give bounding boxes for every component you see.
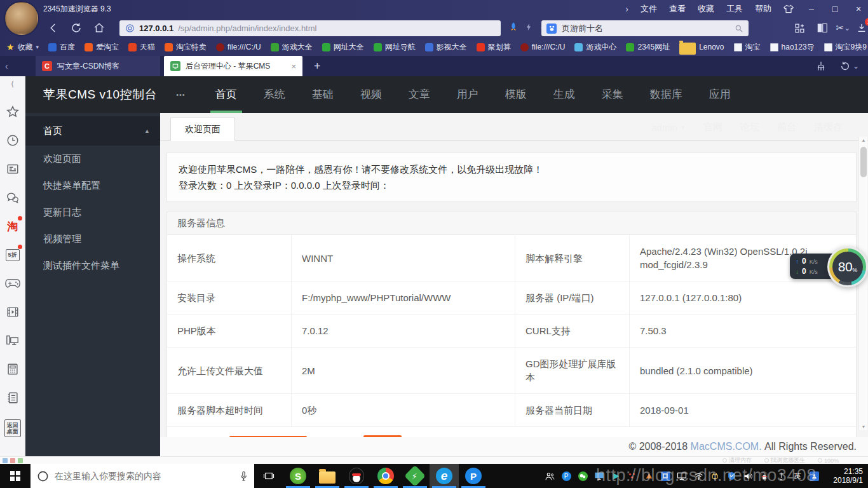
favorites-star-icon[interactable] <box>4 104 21 120</box>
taobao-icon[interactable]: 淘 <box>4 218 21 234</box>
video-film-icon[interactable] <box>4 304 21 320</box>
history-clock-icon[interactable] <box>4 132 21 149</box>
menu-view[interactable]: 查看 <box>669 3 686 15</box>
tray-pp-icon[interactable]: P <box>560 470 572 482</box>
computer-icon[interactable] <box>4 332 21 349</box>
bookmark-item[interactable]: 爱淘宝 <box>85 42 119 53</box>
coupon-icon[interactable]: 5折 <box>4 247 21 263</box>
link-forum[interactable]: 论坛 <box>740 121 759 133</box>
tray-display-icon[interactable] <box>593 470 605 482</box>
tab-close-icon[interactable]: × <box>291 62 296 71</box>
notebook-icon[interactable] <box>4 390 21 406</box>
maccms-link[interactable]: MacCMS.COM. <box>691 441 762 452</box>
back-to-desktop-button[interactable]: 返回桌面 <box>4 418 21 438</box>
reading-mode-icon[interactable] <box>815 21 830 35</box>
app-phpstudy-s[interactable]: S <box>283 464 313 488</box>
nav-article[interactable]: 文章 <box>395 76 444 113</box>
menu-favorites[interactable]: 收藏 <box>698 3 714 15</box>
people-icon[interactable] <box>544 470 555 482</box>
tray-monitor-icon[interactable] <box>676 470 688 482</box>
calculator-icon[interactable] <box>4 361 21 377</box>
bookmark-item[interactable]: 淘宝 <box>734 42 761 53</box>
scroll-down-icon[interactable]: ▼ <box>859 424 868 429</box>
tab-maccms-admin[interactable]: 后台管理中心 - 苹果CMS × <box>164 56 302 76</box>
tray-plug-icon[interactable] <box>709 470 721 482</box>
sidebar-group-home[interactable]: 首页 ▲ <box>25 116 160 146</box>
address-bar[interactable]: 127.0.0.1/sp/admin.php/admin/index/index… <box>119 20 501 36</box>
refresh-button[interactable] <box>70 22 83 34</box>
sidebar-item-videomgr[interactable]: 视频管理 <box>25 226 160 252</box>
reopen-closed-tab-icon[interactable]: ⌄ <box>839 61 859 71</box>
download-manager-icon[interactable]: 3 <box>854 21 868 35</box>
nav-database[interactable]: 数据库 <box>637 76 696 113</box>
bookmark-item[interactable]: 天猫 <box>128 42 155 53</box>
apps-grid-icon[interactable] <box>792 21 807 35</box>
nav-collect[interactable]: 采集 <box>588 76 637 113</box>
menu-tools[interactable]: 工具 <box>726 3 743 15</box>
tab-scroll-left-icon[interactable]: ‹ <box>5 56 8 76</box>
sidebar-item-changelog[interactable]: 更新日志 <box>25 199 160 226</box>
taskbar-search-input[interactable] <box>55 471 234 481</box>
nav-video[interactable]: 视频 <box>347 76 395 113</box>
bookmark-item[interactable]: 影视大全 <box>425 42 467 53</box>
bookmark-item[interactable]: 网址大全 <box>322 42 364 53</box>
bookmarks-root[interactable]: ★收藏▾ <box>6 42 39 53</box>
nav-home[interactable]: 首页 <box>202 76 250 113</box>
skin-icon[interactable] <box>783 4 794 13</box>
tray-pin-icon[interactable] <box>775 470 787 482</box>
home-button[interactable] <box>93 22 105 34</box>
app-edge-active[interactable]: e <box>430 464 459 488</box>
wechat-chat-icon[interactable] <box>4 189 21 206</box>
browser-search-box[interactable] <box>541 20 749 36</box>
bookmark-item[interactable]: hao123导 <box>770 42 815 53</box>
sidebar-item-welcome[interactable]: 欢迎页面 <box>25 146 160 172</box>
bookmark-item[interactable]: 淘宝特卖 <box>165 42 207 53</box>
taskbar-clock[interactable]: 21:35 2018/9/1 <box>824 467 863 485</box>
app-file-explorer[interactable] <box>313 464 342 488</box>
search-icon[interactable] <box>735 24 743 33</box>
close-button[interactable]: × <box>853 4 864 14</box>
app-pp-assistant[interactable]: P <box>459 464 488 488</box>
cms-more-icon[interactable]: ••• <box>176 91 186 98</box>
tray-alert-icon[interactable] <box>643 470 654 482</box>
user-avatar[interactable] <box>5 2 38 35</box>
nav-app[interactable]: 应用 <box>696 76 744 113</box>
tray-network-icon[interactable] <box>693 470 704 482</box>
app-chrome[interactable] <box>371 464 400 488</box>
content-tab-welcome[interactable]: 欢迎页面 <box>170 118 235 141</box>
bookmark-item[interactable]: 2345网址 <box>626 42 670 53</box>
taskbar-search[interactable] <box>31 464 254 488</box>
collapse-strip-icon[interactable]: ⟨ <box>11 76 14 92</box>
tray-qq-icon[interactable] <box>759 470 770 482</box>
news-icon[interactable] <box>4 161 21 177</box>
bookmark-item[interactable]: 百度 <box>48 42 75 53</box>
menu-help[interactable]: 帮助 <box>755 3 771 15</box>
tab-csdn[interactable]: C 写文章-CSDN博客 <box>36 56 160 76</box>
nav-generate[interactable]: 生成 <box>540 76 588 113</box>
tray-wechat-icon[interactable] <box>577 470 588 482</box>
games-gamepad-icon[interactable] <box>4 275 21 292</box>
admin-menu[interactable]: admin▼ <box>651 121 686 133</box>
bookmark-item[interactable]: 淘宝9块9 <box>824 42 867 53</box>
bookmark-item[interactable]: 游戏中心 <box>574 42 616 53</box>
scissors-caret-icon[interactable]: ⌄ <box>844 24 850 32</box>
memory-usage-gauge[interactable]: 80% <box>827 247 868 287</box>
menu-file[interactable]: 文件 <box>641 3 657 15</box>
link-official-site[interactable]: 官网 <box>703 121 722 133</box>
bookmark-item[interactable]: 聚划算 <box>477 42 511 53</box>
minimize-button[interactable]: – <box>806 4 817 14</box>
bookmark-item[interactable]: 网址导航 <box>374 42 416 53</box>
reopen-caret-icon[interactable]: ⌄ <box>853 62 859 71</box>
nav-system[interactable]: 系统 <box>250 76 299 113</box>
browser-search-input[interactable] <box>562 24 729 33</box>
tray-contacts-icon[interactable] <box>808 470 820 482</box>
clean-broom-icon[interactable] <box>815 60 827 72</box>
scrollbar-thumb[interactable] <box>860 147 867 177</box>
menu-expander-icon[interactable]: › <box>625 4 628 14</box>
microphone-icon[interactable] <box>240 471 248 482</box>
new-tab-button[interactable]: + <box>314 56 321 76</box>
start-button[interactable] <box>0 464 31 488</box>
nav-user[interactable]: 用户 <box>444 76 492 113</box>
tray-volume-icon[interactable] <box>742 470 754 482</box>
maximize-button[interactable]: □ <box>829 4 841 14</box>
